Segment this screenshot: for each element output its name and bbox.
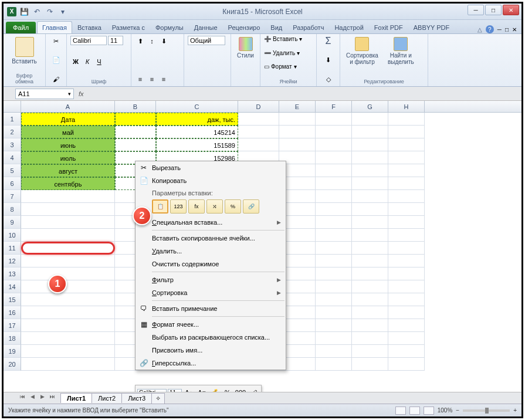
zoom-level[interactable]: 100% [438, 407, 453, 414]
cell[interactable] [115, 138, 156, 151]
cell[interactable] [352, 190, 388, 203]
format-painter-icon[interactable]: 🖌 [51, 74, 62, 84]
cell[interactable] [388, 151, 425, 164]
cell[interactable] [316, 255, 352, 267]
cm-clear[interactable]: Очистить содержимое [136, 258, 286, 270]
fill-icon[interactable]: ⬇ [323, 55, 334, 66]
format-cells-button[interactable]: ▭Формат ▾ [264, 63, 313, 70]
cell[interactable] [388, 280, 425, 293]
view-page-break-icon[interactable] [424, 407, 434, 415]
cell[interactable]: 151589 [156, 138, 238, 151]
cell[interactable] [352, 203, 388, 216]
cell[interactable] [388, 358, 425, 371]
cell[interactable] [388, 293, 425, 306]
cell[interactable] [316, 306, 352, 319]
view-normal-icon[interactable] [395, 407, 406, 415]
cell[interactable] [316, 190, 352, 203]
cell[interactable] [238, 113, 279, 126]
cell[interactable] [238, 126, 279, 138]
col-header-g[interactable]: G [352, 101, 388, 112]
qat-save-icon[interactable]: 💾 [19, 6, 29, 17]
cell[interactable] [316, 164, 352, 177]
cm-filter[interactable]: Фильтр▶ [136, 273, 286, 286]
cm-insert-comment[interactable]: 🗨Вставить примечание [136, 302, 286, 315]
delete-cells-button[interactable]: ➖Удалить ▾ [264, 50, 313, 56]
qat-redo-icon[interactable]: ↷ [45, 6, 55, 17]
cm-hyperlink[interactable]: 🔗Гиперссылка... [136, 357, 286, 370]
cell[interactable] [279, 126, 316, 138]
bold-button[interactable]: Ж [70, 56, 81, 67]
sheet-nav-next-icon[interactable]: ▶ [38, 394, 47, 403]
select-all-corner[interactable] [4, 101, 21, 112]
row-header[interactable]: 7 [4, 190, 21, 203]
tab-home[interactable]: Главная [37, 21, 72, 33]
cell[interactable] [115, 113, 156, 126]
cell[interactable] [388, 113, 425, 126]
styles-button[interactable]: Стили [235, 36, 256, 60]
cell[interactable] [279, 113, 316, 126]
cell[interactable] [21, 319, 115, 332]
cell[interactable] [388, 306, 425, 319]
row-header[interactable]: 18 [4, 332, 21, 345]
cell[interactable] [21, 280, 115, 293]
align-top-icon[interactable]: ⬆ [135, 36, 145, 46]
row-header[interactable]: 3 [4, 138, 21, 151]
name-box[interactable]: A11 ▾ [15, 89, 74, 99]
paste-opt-all[interactable]: 📋 [152, 199, 168, 214]
cell[interactable] [352, 358, 388, 371]
cell[interactable] [21, 293, 115, 306]
row-header[interactable]: 12 [4, 255, 21, 267]
cell[interactable] [388, 229, 425, 242]
row-header[interactable]: 9 [4, 216, 21, 229]
cm-define-name[interactable]: Присвоить имя... [136, 344, 286, 357]
paste-opt-transpose[interactable]: ⤭ [206, 199, 223, 214]
italic-button[interactable]: К [82, 56, 93, 67]
cell[interactable] [21, 255, 115, 267]
row-header[interactable]: 4 [4, 151, 21, 164]
cell[interactable] [388, 255, 425, 267]
zoom-in-icon[interactable]: + [513, 407, 517, 414]
cm-insert-copied[interactable]: Вставить скопированные ячейки... [136, 232, 286, 245]
sheet-nav-prev-icon[interactable]: ◀ [28, 394, 37, 403]
cell[interactable] [388, 126, 425, 138]
cell[interactable] [21, 358, 115, 371]
paste-opt-link[interactable]: 🔗 [243, 199, 259, 214]
cell[interactable] [21, 306, 115, 319]
number-format-select[interactable] [188, 36, 225, 45]
tab-page-layout[interactable]: Разметка с [107, 21, 150, 33]
cell[interactable] [388, 138, 425, 151]
doc-restore-icon[interactable]: □ [505, 26, 509, 33]
cell[interactable] [388, 177, 425, 190]
row-header[interactable]: 20 [4, 358, 21, 371]
cell[interactable] [316, 138, 352, 151]
cell[interactable] [316, 293, 352, 306]
row-header[interactable]: 16 [4, 306, 21, 319]
col-header-f[interactable]: F [316, 101, 352, 112]
zoom-slider[interactable] [463, 409, 510, 412]
row-header[interactable]: 14 [4, 280, 21, 293]
cell[interactable] [316, 113, 352, 126]
cell[interactable] [21, 332, 115, 345]
align-middle-icon[interactable]: ↕ [147, 36, 157, 46]
cm-paste-special[interactable]: Специальная вставка...▶ [136, 216, 286, 229]
font-size-select[interactable] [108, 36, 123, 45]
cm-pick-from-list[interactable]: Выбрать из раскрывающегося списка... [136, 331, 286, 344]
cell[interactable] [352, 126, 388, 138]
sheet-tab-new[interactable]: ✧ [151, 393, 165, 404]
clear-icon[interactable]: ◇ [323, 74, 334, 84]
cell[interactable] [316, 319, 352, 332]
cm-cut[interactable]: ✂Вырезать [136, 161, 286, 174]
row-header[interactable]: 11 [4, 242, 21, 255]
insert-cells-button[interactable]: ➕Вставить ▾ [264, 36, 313, 42]
cell[interactable] [21, 267, 115, 280]
cell[interactable] [352, 332, 388, 345]
cell[interactable] [388, 267, 425, 280]
sheet-nav-last-icon[interactable]: ⏭ [48, 394, 57, 403]
cell[interactable] [352, 177, 388, 190]
row-header[interactable]: 6 [4, 177, 21, 190]
cell[interactable] [279, 138, 316, 151]
cell[interactable]: 145214 [156, 126, 238, 138]
cell[interactable] [352, 138, 388, 151]
sheet-tab-2[interactable]: Лист2 [92, 393, 122, 403]
row-header[interactable]: 15 [4, 293, 21, 306]
